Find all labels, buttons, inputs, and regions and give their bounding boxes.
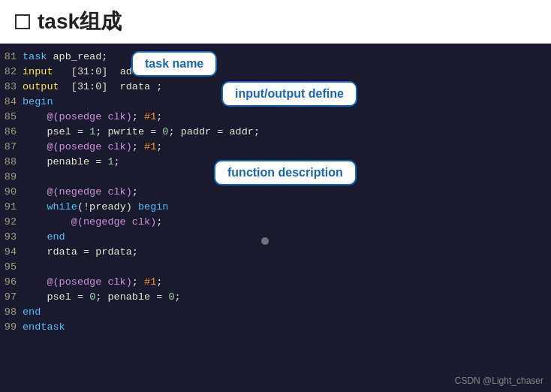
line-num-88: 88: [0, 155, 23, 170]
code-line-89: 89: [0, 170, 551, 185]
code-line-91: 91 while(!pready) begin: [0, 200, 551, 215]
code-line-86: 86 psel = 1; pwrite = 0; paddr = addr;: [0, 125, 551, 140]
line-code-96: @(posedge clk); #1;: [23, 275, 162, 290]
line-num-81: 81: [0, 50, 23, 65]
code-line-84: 84 begin: [0, 95, 551, 110]
line-code-88: penable = 1;: [23, 155, 120, 170]
line-code-99: endtask: [23, 320, 65, 335]
title-bar: task组成: [0, 0, 551, 44]
code-block: 81 task apb_read; 82 input [31:0] addr ;…: [0, 44, 551, 392]
line-code-85: @(posedge clk); #1;: [23, 110, 162, 125]
line-num-92: 92: [0, 215, 23, 230]
line-code-84: begin: [23, 95, 53, 110]
code-line-88: 88 penable = 1;: [0, 155, 551, 170]
code-line-81: 81 task apb_read;: [0, 50, 551, 65]
code-line-95: 95: [0, 260, 551, 275]
line-code-81: task apb_read;: [23, 50, 107, 65]
code-line-92: 92 @(negedge clk);: [0, 215, 551, 230]
line-code-97: psel = 0; penable = 0;: [23, 290, 181, 305]
line-code-82: input [31:0] addr ;: [23, 65, 162, 80]
code-line-93: 93 end: [0, 230, 551, 245]
line-code-91: while(!pready) begin: [23, 200, 168, 215]
page-title: task组成: [38, 8, 122, 36]
code-line-83: 83 output [31:0] rdata ;: [0, 80, 551, 95]
code-line-98: 98 end: [0, 305, 551, 320]
cursor: [261, 237, 269, 245]
line-num-99: 99: [0, 320, 23, 335]
line-num-95: 95: [0, 260, 23, 275]
line-num-83: 83: [0, 80, 23, 95]
line-code-86: psel = 1; pwrite = 0; paddr = addr;: [23, 125, 260, 140]
code-line-94: 94 rdata = prdata;: [0, 245, 551, 260]
line-code-83: output [31:0] rdata ;: [23, 80, 162, 95]
line-num-93: 93: [0, 230, 23, 245]
content-area: 81 task apb_read; 82 input [31:0] addr ;…: [0, 44, 551, 392]
line-num-82: 82: [0, 65, 23, 80]
line-num-84: 84: [0, 95, 23, 110]
watermark: CSDN @Light_chaser: [455, 375, 543, 386]
checkbox-icon: [15, 14, 30, 29]
code-line-96: 96 @(posedge clk); #1;: [0, 275, 551, 290]
line-code-90: @(negedge clk);: [23, 185, 138, 200]
line-num-89: 89: [0, 170, 23, 185]
code-line-99: 99 endtask: [0, 320, 551, 335]
line-code-87: @(posedge clk); #1;: [23, 140, 162, 155]
line-num-94: 94: [0, 245, 23, 260]
line-code-93: end: [23, 230, 65, 245]
code-line-85: 85 @(posedge clk); #1;: [0, 110, 551, 125]
line-code-98: end: [23, 305, 41, 320]
line-code-92: @(negedge clk);: [23, 215, 162, 230]
line-num-86: 86: [0, 125, 23, 140]
code-line-87: 87 @(posedge clk); #1;: [0, 140, 551, 155]
line-num-97: 97: [0, 290, 23, 305]
code-line-97: 97 psel = 0; penable = 0;: [0, 290, 551, 305]
line-num-90: 90: [0, 185, 23, 200]
page-container: task组成 81 task apb_read; 82 input [31:0]…: [0, 0, 551, 392]
line-num-98: 98: [0, 305, 23, 320]
code-line-90: 90 @(negedge clk);: [0, 185, 551, 200]
line-num-87: 87: [0, 140, 23, 155]
line-num-85: 85: [0, 110, 23, 125]
line-num-91: 91: [0, 200, 23, 215]
line-num-96: 96: [0, 275, 23, 290]
line-code-94: rdata = prdata;: [23, 245, 138, 260]
code-line-82: 82 input [31:0] addr ;: [0, 65, 551, 80]
